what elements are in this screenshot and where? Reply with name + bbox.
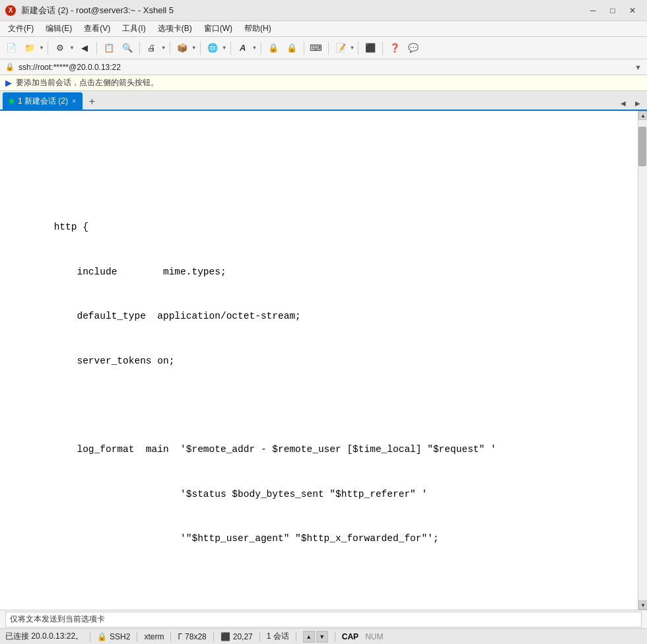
scroll-thumb[interactable] — [638, 127, 646, 166]
app-icon: X — [5, 5, 16, 16]
menu-bar: 文件(F) 编辑(E) 查看(V) 工具(I) 选项卡(B) 窗口(W) 帮助(… — [0, 21, 647, 37]
toolbar-font[interactable]: A — [234, 40, 252, 57]
term-status: xterm — [144, 632, 164, 641]
status-nav-buttons: ▲ ▼ — [303, 631, 328, 643]
close-button[interactable]: ✕ — [623, 4, 642, 17]
menu-help[interactable]: 帮助(H) — [239, 22, 277, 36]
toolbar-network[interactable]: 🌐 — [204, 40, 221, 57]
window-title: 新建会话 (2) - root@server3:~ - Xshell 5 — [21, 5, 174, 16]
info-text: 要添加当前会话，点击左侧的箭头按钮。 — [16, 77, 158, 88]
toolbar-chat[interactable]: 💬 — [405, 40, 422, 57]
toolbar-find[interactable]: 🔍 — [119, 40, 136, 57]
menu-edit[interactable]: 编辑(E) — [40, 22, 77, 36]
send-text-label: 仅将文本发送到当前选项卡 — [10, 614, 105, 625]
terminal[interactable]: http { include mime.types; default_type … — [0, 111, 638, 610]
scroll-up-button[interactable]: ▲ — [638, 111, 647, 120]
protocol-status: 🔒 SSH2 — [97, 632, 130, 641]
sessions-count: 1 会话 — [267, 631, 289, 642]
toolbar-lock1[interactable]: 🔒 — [265, 40, 282, 57]
menu-tools[interactable]: 工具(I) — [117, 22, 151, 36]
status-bar: 已连接 20.0.0.13:22。 🔒 SSH2 xterm Γ 78x28 ⬛… — [0, 628, 647, 644]
bottom-bar: 仅将文本发送到当前选项卡 — [0, 610, 647, 628]
toolbar-help[interactable]: ❓ — [386, 40, 403, 57]
toolbar: 📄 📁 ▼ ⚙ ▼ ◀ 📋 🔍 🖨 ▼ 📦 ▼ 🌐 ▼ A ▼ 🔒 🔒 ⌨ 📝 … — [0, 37, 647, 59]
address-bar: 🔒 ssh://root:*****@20.0.0.13:22 ▼ — [0, 59, 647, 75]
scroll-track[interactable] — [638, 120, 647, 600]
toolbar-lock2[interactable]: 🔒 — [283, 40, 300, 57]
num-indicator: NUM — [365, 632, 383, 641]
address-expand[interactable]: ▼ — [634, 63, 642, 71]
terminal-wrapper: http { include mime.types; default_type … — [0, 111, 647, 610]
terminal-content: http { include mime.types; default_type … — [0, 111, 638, 610]
maximize-button[interactable]: □ — [603, 4, 622, 17]
font-icon: Γ — [178, 632, 182, 641]
toolbar-print[interactable]: 🖨 — [143, 40, 160, 57]
tab-add-button[interactable]: + — [84, 94, 100, 110]
scrollbar-vertical[interactable]: ▲ ▼ — [638, 111, 647, 610]
dimensions-status: Γ 78x28 — [178, 632, 206, 641]
connection-status: 已连接 20.0.0.13:22。 — [5, 631, 83, 642]
info-bar: ▶ 要添加当前会话，点击左侧的箭头按钮。 — [0, 75, 647, 91]
info-arrow-icon[interactable]: ▶ — [5, 78, 12, 88]
lock-small-icon: 🔒 — [97, 632, 107, 641]
toolbar-back[interactable]: ◀ — [76, 40, 93, 57]
tab-prev-button[interactable]: ◀ — [617, 96, 630, 110]
toolbar-transfer[interactable]: 📦 — [174, 40, 191, 57]
tab-bar: 1 新建会话 (2) × + ◀ ▶ — [0, 91, 647, 111]
tab-nav: ◀ ▶ — [617, 96, 644, 110]
tab-label: 1 新建会话 (2) — [18, 96, 68, 107]
menu-file[interactable]: 文件(F) — [3, 22, 39, 36]
toolbar-settings[interactable]: ⚙ — [51, 40, 69, 57]
cap-indicator: CAP — [342, 632, 358, 641]
position-icon: ⬛ — [221, 632, 230, 641]
toolbar-open[interactable]: 📁 — [21, 40, 38, 57]
toolbar-session[interactable]: 📝 — [332, 40, 349, 57]
toolbar-copy[interactable]: 📋 — [100, 40, 118, 57]
lock-icon: 🔒 — [5, 63, 15, 71]
cursor-position: ⬛ 20,27 — [221, 632, 253, 641]
address-text: ssh://root:*****@20.0.0.13:22 — [18, 63, 121, 72]
status-nav-up[interactable]: ▲ — [303, 631, 315, 643]
send-text-input[interactable]: 仅将文本发送到当前选项卡 — [5, 612, 642, 628]
menu-tabs[interactable]: 选项卡(B) — [153, 22, 197, 36]
terminal-scroll-area[interactable]: http { include mime.types; default_type … — [0, 111, 638, 610]
menu-view[interactable]: 查看(V) — [79, 22, 116, 36]
toolbar-new[interactable]: 📄 — [3, 40, 20, 57]
toolbar-keyboard[interactable]: ⌨ — [308, 40, 325, 57]
toolbar-screen[interactable]: ⬛ — [362, 40, 379, 57]
title-bar: X 新建会话 (2) - root@server3:~ - Xshell 5 ─… — [0, 0, 647, 21]
tab-active[interactable]: 1 新建会话 (2) × — [3, 92, 83, 110]
minimize-button[interactable]: ─ — [584, 4, 602, 17]
tab-status-dot — [9, 99, 14, 104]
status-nav-down[interactable]: ▼ — [316, 631, 328, 643]
menu-window[interactable]: 窗口(W) — [199, 22, 238, 36]
tab-next-button[interactable]: ▶ — [631, 96, 644, 110]
scroll-down-button[interactable]: ▼ — [638, 600, 647, 610]
tab-close-button[interactable]: × — [72, 97, 76, 105]
